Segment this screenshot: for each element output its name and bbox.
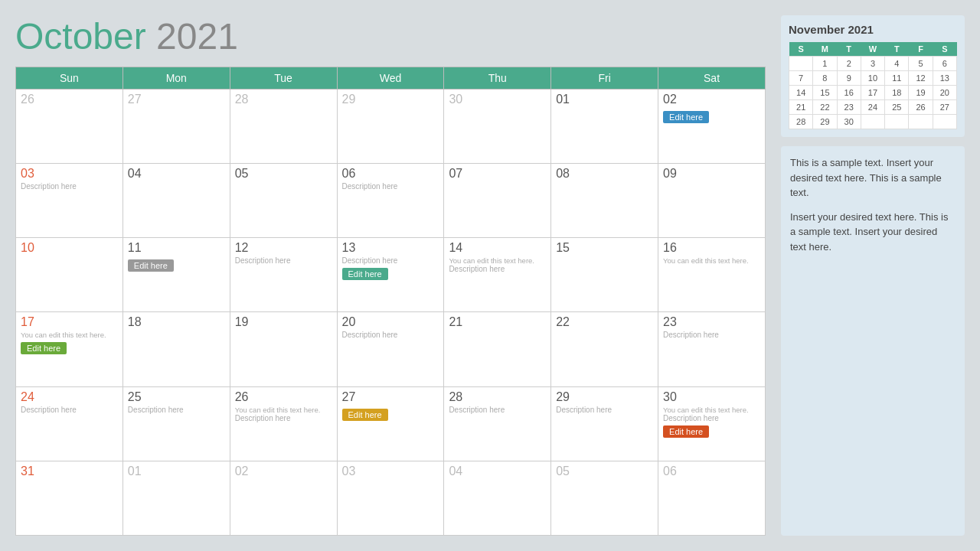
- calendar-cell: 20Description here: [337, 312, 444, 386]
- calendar-cell: 05: [551, 461, 658, 535]
- day-desc: Description here: [21, 182, 118, 191]
- calendar-row: 24Description here25Description here26Yo…: [16, 386, 766, 461]
- day-number: 10: [21, 241, 118, 255]
- calendar-cell: 06Description here: [337, 164, 444, 238]
- mini-cal-cell: 5: [909, 57, 933, 71]
- side-text-para-2: Insert your desired text here. This is a…: [790, 210, 956, 255]
- mini-cal-cell: 21: [789, 100, 813, 115]
- day-number: 31: [21, 465, 118, 478]
- day-desc: Description here: [449, 406, 546, 414]
- day-desc: Description here: [128, 406, 225, 414]
- main-section: October 2021 SunMonTueWedThuFriSat 26272…: [15, 15, 766, 536]
- day-number: 09: [663, 167, 760, 181]
- event-button[interactable]: Edit here: [342, 409, 388, 421]
- day-number: 01: [128, 465, 225, 478]
- calendar-cell: 02Edit here: [658, 90, 766, 164]
- calendar-cell: 27: [122, 90, 230, 164]
- day-number: 14: [449, 241, 546, 255]
- day-number: 23: [663, 315, 760, 329]
- day-number: 01: [556, 93, 653, 106]
- event-button[interactable]: Edit here: [663, 111, 709, 123]
- mini-cal-cell: 9: [837, 71, 861, 86]
- day-desc: Description here: [235, 256, 332, 265]
- day-number: 12: [235, 241, 332, 255]
- calendar-cell: 05: [230, 164, 337, 238]
- mini-cal-cell: 19: [909, 86, 933, 100]
- calendar-cell: 08: [551, 164, 658, 238]
- mini-cal-cell: 10: [861, 71, 884, 86]
- mini-cal-header: S: [933, 42, 956, 57]
- calendar-cell: 26You can edit this text here.Descriptio…: [230, 386, 337, 461]
- month-title: October 2021: [15, 15, 766, 57]
- mini-cal-cell: 16: [837, 86, 861, 100]
- mini-cal-cell: [933, 115, 956, 129]
- day-number: 05: [556, 465, 653, 478]
- event-button[interactable]: Edit here: [342, 268, 388, 280]
- day-number: 13: [342, 241, 439, 255]
- mini-cal-cell: 30: [837, 115, 861, 129]
- day-number: 11: [128, 241, 225, 255]
- calendar-row: 17You can edit this text here.Edit here1…: [16, 312, 766, 386]
- calendar-cell: 30You can edit this text here.Descriptio…: [658, 386, 766, 461]
- side-text-para-1: This is a sample text. Insert your desir…: [790, 155, 956, 201]
- day-desc: Description here: [663, 414, 760, 422]
- calendar-cell: 11Edit here: [122, 238, 230, 312]
- mini-cal-cell: [909, 115, 933, 129]
- day-desc: Description here: [235, 414, 332, 422]
- calendar-cell: 09: [658, 164, 766, 238]
- calendar-cell: 15: [551, 238, 658, 312]
- calendar-cell: 06: [658, 461, 766, 535]
- dow-header: Wed: [337, 67, 444, 90]
- day-note: You can edit this text here.: [235, 406, 332, 414]
- mini-cal-cell: 20: [933, 86, 956, 100]
- event-button[interactable]: Edit here: [21, 342, 67, 354]
- sidebar: November 2021 SMTWTFS1234567891011121314…: [781, 15, 965, 536]
- mini-cal-cell: 28: [789, 115, 813, 129]
- side-text-box: This is a sample text. Insert your desir…: [781, 146, 965, 536]
- calendar-body: 26272829300102Edit here03Description her…: [16, 90, 766, 536]
- day-number: 26: [21, 93, 118, 106]
- calendar-cell: 28: [230, 90, 337, 164]
- day-number: 02: [235, 465, 332, 478]
- day-desc: Description here: [342, 331, 439, 339]
- mini-cal-cell: [861, 115, 884, 129]
- mini-cal-cell: 23: [837, 100, 861, 115]
- mini-cal-cell: 6: [933, 57, 956, 71]
- mini-calendar-title: November 2021: [789, 23, 957, 36]
- calendar-cell: 03: [337, 461, 444, 535]
- calendar-cell: 29: [337, 90, 444, 164]
- dow-header: Mon: [122, 67, 230, 90]
- calendar-cell: 18: [122, 312, 230, 386]
- day-desc: Description here: [556, 406, 653, 414]
- event-button[interactable]: Edit here: [663, 425, 709, 438]
- dow-header: Tue: [230, 67, 337, 90]
- day-number: 04: [449, 465, 546, 478]
- day-note: You can edit this text here.: [663, 406, 760, 414]
- mini-cal-cell: 12: [909, 71, 933, 86]
- mini-cal-cell: 11: [885, 71, 909, 86]
- calendar-table: SunMonTueWedThuFriSat 26272829300102Edit…: [15, 67, 766, 536]
- day-number: 19: [235, 315, 332, 329]
- calendar-cell: 12Description here: [230, 238, 337, 312]
- dow-header: Fri: [551, 67, 658, 90]
- day-number: 18: [128, 315, 225, 329]
- calendar-row: 1011Edit here12Description here13Descrip…: [16, 238, 766, 312]
- calendar-cell: 04: [122, 164, 230, 238]
- calendar-cell: 22: [551, 312, 658, 386]
- calendar-row: 26272829300102Edit here: [16, 90, 766, 164]
- dow-header: Sun: [16, 67, 123, 90]
- mini-cal-cell: 14: [789, 86, 813, 100]
- event-button[interactable]: Edit here: [128, 259, 174, 272]
- calendar-cell: 31: [16, 461, 123, 535]
- mini-cal-cell: 7: [789, 71, 813, 86]
- day-number: 29: [342, 93, 439, 106]
- calendar-cell: 30: [444, 90, 551, 164]
- month-word: October: [15, 16, 146, 57]
- mini-cal-cell: 1: [813, 57, 837, 71]
- day-note: You can edit this text here.: [663, 256, 760, 265]
- day-desc: Description here: [449, 265, 546, 273]
- day-number: 02: [663, 93, 760, 106]
- mini-cal-header: F: [909, 42, 933, 57]
- calendar-cell: 01: [122, 461, 230, 535]
- day-number: 27: [128, 93, 225, 106]
